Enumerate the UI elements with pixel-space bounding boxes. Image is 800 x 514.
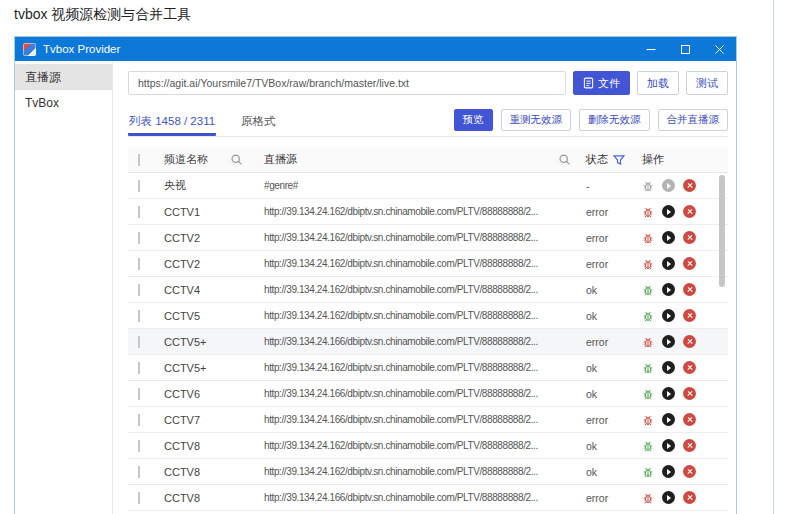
row-checkbox[interactable] [138, 284, 140, 296]
tab-list-count[interactable]: 列表 1458 / 2311 [128, 109, 216, 136]
delete-icon[interactable] [683, 335, 696, 348]
delete-icon[interactable] [683, 283, 696, 296]
minimize-icon [646, 44, 656, 54]
table-row: CCTV6 http://39.134.24.166/dbiptv.sn.chi… [128, 381, 728, 407]
minimize-button[interactable] [634, 37, 668, 61]
select-all-checkbox[interactable] [138, 154, 140, 166]
file-icon [583, 77, 594, 89]
table-scrollbar[interactable] [719, 175, 725, 287]
test-bug-icon[interactable] [642, 284, 654, 296]
source-url: http://39.134.24.166/dbiptv.sn.chinamobi… [250, 336, 550, 347]
table-row: CCTV8 http://39.134.24.162/dbiptv.sn.chi… [128, 459, 728, 485]
play-icon[interactable] [662, 231, 675, 244]
delete-icon[interactable] [683, 413, 696, 426]
sidebar-item-live-source[interactable]: 直播源 [15, 64, 112, 90]
row-checkbox[interactable] [138, 492, 140, 504]
delete-icon[interactable] [683, 361, 696, 374]
play-icon[interactable] [662, 205, 675, 218]
play-icon[interactable] [662, 491, 675, 504]
channel-name: CCTV5+ [164, 362, 222, 374]
source-url: http://39.134.24.162/dbiptv.sn.chinamobi… [250, 310, 550, 321]
source-url: http://39.134.24.162/dbiptv.sn.chinamobi… [250, 232, 550, 243]
test-bug-icon[interactable] [642, 180, 654, 192]
close-button[interactable] [702, 37, 736, 61]
test-bug-icon[interactable] [642, 492, 654, 504]
delete-icon[interactable] [683, 309, 696, 322]
play-icon[interactable] [662, 361, 675, 374]
row-checkbox[interactable] [138, 206, 140, 218]
row-checkbox[interactable] [138, 258, 140, 270]
sidebar-item-tvbox[interactable]: TvBox [15, 90, 112, 116]
channel-table: 频道名称 直播源 [128, 147, 728, 514]
test-bug-icon[interactable] [642, 310, 654, 322]
row-checkbox[interactable] [138, 362, 140, 374]
test-bug-icon[interactable] [642, 206, 654, 218]
table-row: CCTV7 http://39.134.24.166/dbiptv.sn.chi… [128, 407, 728, 433]
test-bug-icon[interactable] [642, 388, 654, 400]
table-row: CCTV8 http://39.134.24.162/dbiptv.sn.chi… [128, 433, 728, 459]
status-text: error [586, 232, 608, 244]
row-checkbox[interactable] [138, 414, 140, 426]
play-icon[interactable] [662, 465, 675, 478]
play-icon[interactable] [662, 257, 675, 270]
play-icon[interactable] [662, 387, 675, 400]
delete-icon[interactable] [683, 231, 696, 244]
delete-icon[interactable] [683, 465, 696, 478]
table-row: CCTV2 http://39.134.24.162/dbiptv.sn.chi… [128, 225, 728, 251]
row-checkbox[interactable] [138, 180, 140, 192]
window-title: Tvbox Provider [43, 43, 120, 55]
search-name-button[interactable] [222, 153, 250, 166]
source-url: http://39.134.24.166/dbiptv.sn.chinamobi… [250, 492, 550, 503]
table-row: CCTV8 http://39.134.24.166/dbiptv.sn.chi… [128, 485, 728, 511]
delete-icon[interactable] [683, 491, 696, 504]
row-checkbox[interactable] [138, 388, 140, 400]
test-button[interactable]: 测试 [686, 71, 728, 95]
page-title: tvbox 视频源检测与合并工具 [14, 6, 191, 24]
row-checkbox[interactable] [138, 336, 140, 348]
delete-icon[interactable] [683, 179, 696, 192]
status-text: ok [586, 310, 597, 322]
url-input[interactable] [128, 71, 566, 95]
channel-name: CCTV1 [164, 206, 222, 218]
status-text: ok [586, 284, 597, 296]
source-url: http://39.134.24.166/dbiptv.sn.chinamobi… [250, 414, 550, 425]
merge-sources-button[interactable]: 合并直播源 [658, 109, 729, 131]
test-bug-icon[interactable] [642, 232, 654, 244]
row-checkbox[interactable] [138, 310, 140, 322]
maximize-button[interactable] [668, 37, 702, 61]
test-bug-icon[interactable] [642, 258, 654, 270]
channel-name: 央视 [164, 178, 222, 193]
play-icon[interactable] [662, 179, 675, 192]
test-bug-icon[interactable] [642, 466, 654, 478]
channel-name: CCTV8 [164, 466, 222, 478]
load-button[interactable]: 加载 [637, 71, 679, 95]
test-bug-icon[interactable] [642, 440, 654, 452]
tab-raw-format[interactable]: 原格式 [240, 109, 277, 136]
header-status: 状态 [586, 152, 608, 167]
play-icon[interactable] [662, 439, 675, 452]
delete-icon[interactable] [683, 387, 696, 400]
row-checkbox[interactable] [138, 232, 140, 244]
test-bug-icon[interactable] [642, 414, 654, 426]
retest-invalid-button[interactable]: 重测无效源 [501, 109, 572, 131]
header-operations: 操作 [634, 152, 716, 167]
play-icon[interactable] [662, 413, 675, 426]
table-row: CCTV4 http://39.134.24.162/dbiptv.sn.chi… [128, 277, 728, 303]
search-source-button[interactable] [550, 153, 578, 166]
row-checkbox[interactable] [138, 440, 140, 452]
preview-button[interactable]: 预览 [454, 109, 493, 131]
filter-icon[interactable] [613, 154, 625, 166]
delete-icon[interactable] [683, 257, 696, 270]
delete-icon[interactable] [683, 205, 696, 218]
test-bug-icon[interactable] [642, 336, 654, 348]
test-bug-icon[interactable] [642, 362, 654, 374]
file-button[interactable]: 文件 [573, 71, 630, 95]
row-checkbox[interactable] [138, 466, 140, 478]
play-icon[interactable] [662, 335, 675, 348]
maximize-icon [681, 45, 690, 54]
play-icon[interactable] [662, 309, 675, 322]
delete-icon[interactable] [683, 439, 696, 452]
status-text: error [586, 206, 608, 218]
play-icon[interactable] [662, 283, 675, 296]
remove-invalid-button[interactable]: 删除无效源 [579, 109, 650, 131]
